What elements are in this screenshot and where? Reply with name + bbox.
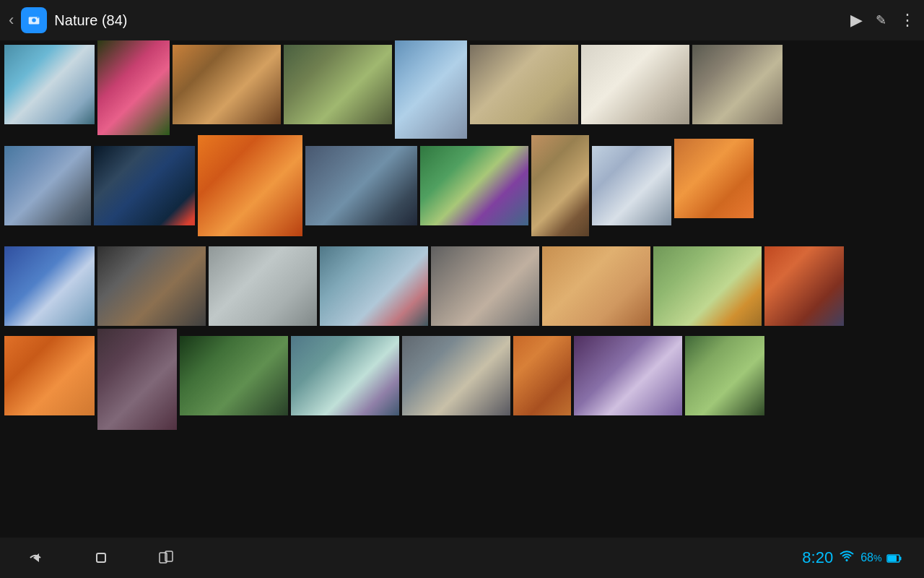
photo-item[interactable] (581, 45, 689, 124)
status-area: 8:20 68% (802, 548, 902, 567)
photo-item[interactable] (764, 246, 844, 326)
photo-item[interactable] (4, 45, 95, 124)
back-nav-button[interactable] (22, 543, 51, 572)
photo-item[interactable] (420, 146, 528, 225)
gallery-grid (0, 40, 924, 538)
photo-item[interactable] (653, 246, 762, 326)
photo-item[interactable] (402, 336, 510, 415)
toolbar-icons: ▶ ✎ ⋮ (850, 11, 915, 30)
photo-item[interactable] (97, 329, 177, 430)
top-bar: ‹ Nature (84) ▶ ✎ ⋮ (0, 0, 924, 40)
photo-item[interactable] (4, 246, 95, 326)
gallery-title: Nature (84) (54, 12, 850, 29)
photo-item[interactable] (592, 146, 671, 225)
photo-item[interactable] (395, 40, 467, 139)
clock: 8:20 (802, 548, 833, 567)
photo-item[interactable] (470, 45, 578, 124)
photo-item[interactable] (94, 146, 195, 225)
app-icon (21, 7, 47, 33)
battery-level: 68% (860, 551, 902, 564)
svg-rect-9 (899, 556, 902, 560)
photo-item[interactable] (531, 135, 589, 236)
photo-item[interactable] (97, 40, 170, 135)
photo-row (4, 336, 920, 430)
photo-item[interactable] (574, 336, 682, 415)
photo-row (4, 246, 920, 326)
photo-row (4, 146, 920, 236)
photo-item[interactable] (209, 246, 317, 326)
bottom-nav-bar: 8:20 68% (0, 538, 924, 578)
photo-item[interactable] (4, 336, 95, 415)
home-nav-button[interactable] (87, 543, 116, 572)
photo-item[interactable] (542, 246, 650, 326)
play-slideshow-button[interactable]: ▶ (850, 11, 863, 30)
photo-item[interactable] (674, 139, 754, 218)
svg-point-3 (38, 17, 39, 18)
recents-nav-button[interactable] (152, 543, 180, 572)
svg-rect-10 (888, 556, 897, 561)
photo-item[interactable] (305, 146, 417, 225)
photo-item[interactable] (284, 45, 392, 124)
photo-item[interactable] (198, 135, 302, 236)
photo-item[interactable] (692, 45, 783, 124)
photo-item[interactable] (431, 246, 539, 326)
photo-item[interactable] (173, 45, 281, 124)
svg-rect-4 (97, 553, 105, 562)
svg-point-2 (32, 18, 37, 22)
back-button[interactable]: ‹ (9, 11, 14, 30)
photo-item[interactable] (4, 146, 91, 225)
more-options-button[interactable]: ⋮ (899, 11, 915, 30)
edit-button[interactable]: ✎ (876, 12, 886, 28)
svg-point-7 (846, 559, 848, 561)
photo-item[interactable] (291, 336, 399, 415)
photo-item[interactable] (97, 246, 206, 326)
photo-item[interactable] (685, 336, 764, 415)
photo-item[interactable] (180, 336, 288, 415)
photo-row (4, 45, 920, 139)
wifi-icon (839, 550, 855, 566)
photo-item[interactable] (513, 336, 571, 415)
photo-item[interactable] (320, 246, 428, 326)
